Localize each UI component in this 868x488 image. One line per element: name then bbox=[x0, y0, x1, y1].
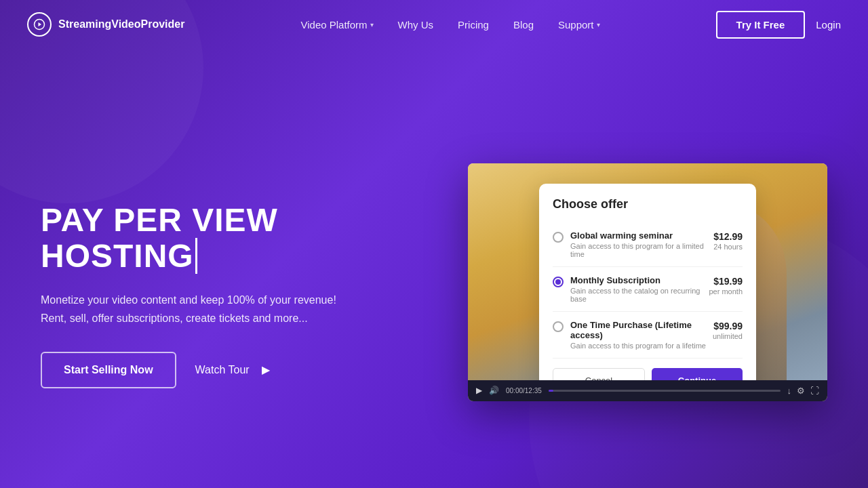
offer-modal-title: Choose offer bbox=[553, 197, 743, 211]
offer-option-1[interactable]: Global warming seminar Gain access to th… bbox=[553, 222, 743, 267]
hero-section: PAY PER VIEW HOSTING Monetize your video… bbox=[0, 49, 868, 488]
start-selling-button[interactable]: Start Selling Now bbox=[41, 352, 176, 388]
watch-tour-button[interactable]: Watch Tour ▶ bbox=[195, 361, 275, 380]
video-progress-bar[interactable] bbox=[549, 390, 781, 392]
control-icons: ↓ ⚙ ⛶ bbox=[787, 386, 820, 396]
video-thumbnail: Choose offer Global warming seminar Gain… bbox=[468, 163, 827, 380]
offer-modal: Choose offer Global warming seminar Gain… bbox=[539, 184, 756, 380]
hero-actions: Start Selling Now Watch Tour ▶ bbox=[41, 352, 393, 388]
offer-price-1: $12.99 24 hours bbox=[713, 230, 743, 251]
nav-video-platform[interactable]: Video Platform ▾ bbox=[291, 14, 382, 36]
hero-title: PAY PER VIEW HOSTING bbox=[41, 203, 393, 274]
radio-global-warming[interactable] bbox=[553, 232, 564, 243]
video-time: 00:00/12:35 bbox=[506, 387, 542, 394]
nav-why-us[interactable]: Why Us bbox=[389, 14, 443, 36]
try-free-button[interactable]: Try It Free bbox=[716, 11, 806, 39]
offer-info-2: Monthly Subscription Gain access to the … bbox=[570, 275, 702, 303]
play-pause-button[interactable]: ▶ bbox=[476, 386, 482, 395]
fullscreen-icon[interactable]: ⛶ bbox=[810, 386, 819, 396]
hero-subtitle: Monetize your video content and keep 100… bbox=[41, 291, 393, 327]
video-container: Choose offer Global warming seminar Gain… bbox=[468, 163, 827, 401]
video-controls-bar: ▶ 🔊 00:00/12:35 ↓ ⚙ ⛶ bbox=[468, 380, 827, 401]
offer-price-2: $19.99 per month bbox=[709, 275, 743, 296]
hero-right: Choose offer Global warming seminar Gain… bbox=[393, 150, 827, 401]
cursor bbox=[194, 238, 197, 274]
chevron-down-icon: ▾ bbox=[597, 21, 600, 28]
offer-info-3: One Time Purchase (Lifetime access) Gain… bbox=[570, 320, 706, 350]
continue-button[interactable]: Continue bbox=[652, 368, 743, 380]
modal-buttons: Cancel Continue bbox=[553, 368, 743, 380]
offer-option-2[interactable]: Monthly Subscription Gain access to the … bbox=[553, 267, 743, 312]
radio-monthly[interactable] bbox=[553, 277, 564, 287]
play-icon: ▶ bbox=[256, 361, 275, 380]
nav-pricing[interactable]: Pricing bbox=[448, 14, 498, 36]
nav-links: Video Platform ▾ Why Us Pricing Blog Sup… bbox=[291, 14, 609, 36]
logo-icon bbox=[27, 12, 52, 37]
offer-info-1: Global warming seminar Gain access to th… bbox=[570, 230, 707, 258]
radio-lifetime[interactable] bbox=[553, 321, 564, 332]
offer-option-3[interactable]: One Time Purchase (Lifetime access) Gain… bbox=[553, 312, 743, 359]
brand-name: StreamingVideoProvider bbox=[58, 18, 184, 30]
video-progress-fill bbox=[549, 390, 553, 392]
volume-button[interactable]: 🔊 bbox=[489, 386, 499, 395]
nav-blog[interactable]: Blog bbox=[504, 14, 543, 36]
download-icon[interactable]: ↓ bbox=[787, 386, 792, 396]
navbar: StreamingVideoProvider Video Platform ▾ … bbox=[0, 0, 868, 49]
svg-marker-1 bbox=[39, 22, 42, 26]
cancel-button[interactable]: Cancel bbox=[553, 368, 645, 380]
offer-price-3: $99.99 unlimited bbox=[713, 320, 743, 340]
logo[interactable]: StreamingVideoProvider bbox=[27, 12, 184, 37]
nav-actions: Try It Free Login bbox=[716, 11, 841, 39]
nav-support[interactable]: Support ▾ bbox=[549, 14, 610, 36]
login-button[interactable]: Login bbox=[816, 19, 841, 30]
settings-icon[interactable]: ⚙ bbox=[797, 386, 805, 396]
hero-left: PAY PER VIEW HOSTING Monetize your video… bbox=[41, 162, 393, 388]
chevron-down-icon: ▾ bbox=[370, 21, 374, 28]
